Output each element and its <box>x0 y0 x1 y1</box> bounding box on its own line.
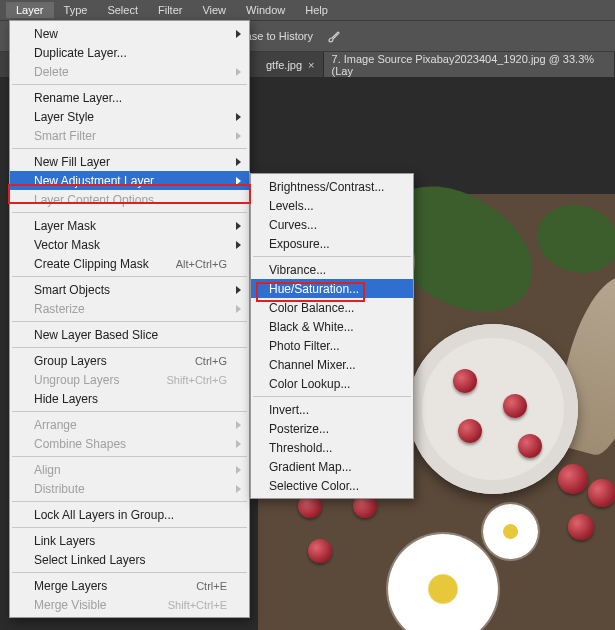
menu-separator <box>12 321 247 322</box>
menu-item-label: Layer Mask <box>34 219 96 233</box>
menu-item[interactable]: Select Linked Layers <box>10 550 249 569</box>
menu-item[interactable]: Vector Mask <box>10 235 249 254</box>
submenu-item-label: Invert... <box>269 403 309 417</box>
menu-item-label: Create Clipping Mask <box>34 257 149 271</box>
tab-label: gtfe.jpg <box>266 59 302 71</box>
submenu-item[interactable]: Hue/Saturation... <box>251 279 413 298</box>
submenu-item-label: Channel Mixer... <box>269 358 356 372</box>
menu-item[interactable]: Layer Style <box>10 107 249 126</box>
menu-item[interactable]: Duplicate Layer... <box>10 43 249 62</box>
submenu-item[interactable]: Vibrance... <box>251 260 413 279</box>
menu-separator <box>12 572 247 573</box>
menu-separator <box>12 212 247 213</box>
submenu-item[interactable]: Posterize... <box>251 419 413 438</box>
menu-shortcut: Shift+Ctrl+E <box>168 599 227 611</box>
menu-item[interactable]: Lock All Layers in Group... <box>10 505 249 524</box>
submenu-item[interactable]: Color Lookup... <box>251 374 413 393</box>
menu-filter[interactable]: Filter <box>148 2 192 18</box>
menu-item: Rasterize <box>10 299 249 318</box>
submenu-item-label: Levels... <box>269 199 314 213</box>
menu-item[interactable]: New Layer Based Slice <box>10 325 249 344</box>
menu-item: Combine Shapes <box>10 434 249 453</box>
menu-shortcut: Ctrl+G <box>195 355 227 367</box>
menu-item[interactable]: Rename Layer... <box>10 88 249 107</box>
submenu-item[interactable]: Brightness/Contrast... <box>251 177 413 196</box>
chevron-right-icon <box>236 466 241 474</box>
brush-icon[interactable] <box>323 25 345 47</box>
menu-item[interactable]: New Fill Layer <box>10 152 249 171</box>
menu-item[interactable]: Hide Layers <box>10 389 249 408</box>
menu-item-label: Merge Visible <box>34 598 106 612</box>
menu-type[interactable]: Type <box>54 2 98 18</box>
submenu-item-label: Brightness/Contrast... <box>269 180 384 194</box>
menu-select[interactable]: Select <box>97 2 148 18</box>
menu-item[interactable]: New Adjustment Layer <box>10 171 249 190</box>
submenu-item[interactable]: Color Balance... <box>251 298 413 317</box>
chevron-right-icon <box>236 132 241 140</box>
menu-item: Arrange <box>10 415 249 434</box>
menu-item: Ungroup LayersShift+Ctrl+G <box>10 370 249 389</box>
menu-layer[interactable]: Layer <box>6 2 54 18</box>
submenu-item[interactable]: Curves... <box>251 215 413 234</box>
menu-item: Distribute <box>10 479 249 498</box>
submenu-item-label: Exposure... <box>269 237 330 251</box>
menu-separator <box>12 501 247 502</box>
layer-menu: NewDuplicate Layer...DeleteRename Layer.… <box>9 20 250 618</box>
submenu-item[interactable]: Levels... <box>251 196 413 215</box>
menu-item[interactable]: Group LayersCtrl+G <box>10 351 249 370</box>
submenu-item-label: Threshold... <box>269 441 332 455</box>
menu-item-label: Ungroup Layers <box>34 373 119 387</box>
chevron-right-icon <box>236 421 241 429</box>
menu-item: Delete <box>10 62 249 81</box>
document-tab-active[interactable]: 7. Image Source Pixabay2023404_1920.jpg … <box>324 52 615 77</box>
menu-item-label: Align <box>34 463 61 477</box>
menubar: LayerTypeSelectFilterViewWindowHelp <box>0 0 615 20</box>
menu-separator <box>12 527 247 528</box>
menu-item-label: Layer Style <box>34 110 94 124</box>
menu-item-label: Combine Shapes <box>34 437 126 451</box>
submenu-item[interactable]: Selective Color... <box>251 476 413 495</box>
chevron-right-icon <box>236 68 241 76</box>
menu-item[interactable]: New <box>10 24 249 43</box>
menu-item-label: Delete <box>34 65 69 79</box>
menu-separator <box>12 84 247 85</box>
menu-help[interactable]: Help <box>295 2 338 18</box>
menu-item-label: Select Linked Layers <box>34 553 145 567</box>
menu-item-label: Vector Mask <box>34 238 100 252</box>
menu-item-label: New <box>34 27 58 41</box>
menu-separator <box>12 456 247 457</box>
menu-item[interactable]: Merge LayersCtrl+E <box>10 576 249 595</box>
menu-item-label: Rename Layer... <box>34 91 122 105</box>
close-icon[interactable]: × <box>308 59 314 71</box>
menu-item[interactable]: Link Layers <box>10 531 249 550</box>
menu-item-label: Smart Objects <box>34 283 110 297</box>
submenu-item[interactable]: Channel Mixer... <box>251 355 413 374</box>
menu-item-label: Hide Layers <box>34 392 98 406</box>
menu-item[interactable]: Smart Objects <box>10 280 249 299</box>
submenu-item-label: Black & White... <box>269 320 354 334</box>
new-adjustment-layer-submenu: Brightness/Contrast...Levels...Curves...… <box>250 173 414 499</box>
chevron-right-icon <box>236 440 241 448</box>
submenu-item-label: Selective Color... <box>269 479 359 493</box>
submenu-item-label: Vibrance... <box>269 263 326 277</box>
submenu-item[interactable]: Exposure... <box>251 234 413 253</box>
menu-item[interactable]: Layer Mask <box>10 216 249 235</box>
submenu-item[interactable]: Threshold... <box>251 438 413 457</box>
menu-separator <box>253 396 411 397</box>
chevron-right-icon <box>236 286 241 294</box>
menu-separator <box>253 256 411 257</box>
menu-separator <box>12 347 247 348</box>
submenu-item[interactable]: Photo Filter... <box>251 336 413 355</box>
menu-view[interactable]: View <box>192 2 236 18</box>
menu-window[interactable]: Window <box>236 2 295 18</box>
menu-item[interactable]: Create Clipping MaskAlt+Ctrl+G <box>10 254 249 273</box>
submenu-item[interactable]: Black & White... <box>251 317 413 336</box>
menu-item-label: New Fill Layer <box>34 155 110 169</box>
chevron-right-icon <box>236 30 241 38</box>
menu-item-label: Layer Content Options... <box>34 193 164 207</box>
menu-item-label: Duplicate Layer... <box>34 46 127 60</box>
document-tab-inactive[interactable]: gtfe.jpg × <box>258 52 324 77</box>
submenu-item[interactable]: Gradient Map... <box>251 457 413 476</box>
submenu-item-label: Color Lookup... <box>269 377 350 391</box>
submenu-item[interactable]: Invert... <box>251 400 413 419</box>
